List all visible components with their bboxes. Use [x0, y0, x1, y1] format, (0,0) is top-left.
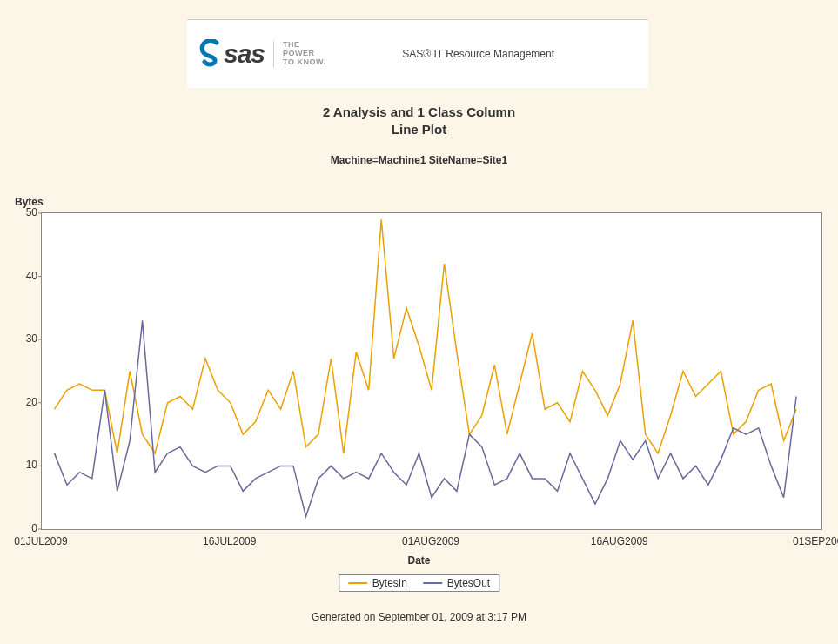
- x-tick-label: 01JUL2009: [14, 535, 67, 547]
- sas-tagline: THE POWER TO KNOW.: [273, 41, 325, 67]
- x-tick-label: 01AUG2009: [402, 535, 459, 547]
- logo-block: sas THE POWER TO KNOW.: [187, 39, 325, 69]
- y-tick-label: 40: [13, 270, 37, 282]
- y-tick-label: 50: [13, 206, 37, 218]
- chart-title-line1: 2 Analysis and 1 Class Column: [0, 104, 838, 119]
- series-line-bytesout: [55, 320, 797, 516]
- legend-swatch-icon: [348, 582, 367, 584]
- footer-timestamp: Generated on September 01, 2009 at 3:17 …: [0, 611, 838, 623]
- x-tick-label: 16AUG2009: [591, 535, 648, 547]
- sas-logo-text: sas: [224, 39, 265, 69]
- x-tick-label: 01SEP2009: [793, 535, 838, 547]
- y-tick-label: 30: [13, 332, 37, 345]
- sas-logo: sas: [199, 39, 265, 69]
- legend: BytesIn BytesOut: [339, 574, 499, 592]
- legend-swatch-icon: [423, 582, 442, 584]
- legend-label: BytesOut: [447, 577, 490, 589]
- legend-item-bytesin: BytesIn: [348, 577, 407, 589]
- chart-title-line2: Line Plot: [0, 122, 838, 137]
- report-page: sas THE POWER TO KNOW. SAS® IT Resource …: [0, 0, 838, 644]
- y-tick-label: 20: [13, 396, 37, 408]
- product-name: SAS® IT Resource Management: [325, 48, 648, 60]
- chart-subtitle: Machine=Machine1 SiteName=Site1: [0, 154, 838, 166]
- banner: sas THE POWER TO KNOW. SAS® IT Resource …: [187, 19, 648, 88]
- legend-item-bytesout: BytesOut: [423, 577, 490, 589]
- tagline-line: TO KNOW.: [283, 58, 325, 67]
- plot-area: [41, 212, 822, 530]
- x-tick-label: 16JUL2009: [203, 535, 256, 547]
- legend-label: BytesIn: [372, 577, 407, 589]
- sas-s-mark-icon: [199, 39, 222, 69]
- series-line-bytesin: [55, 219, 797, 453]
- line-chart: [42, 213, 821, 529]
- y-tick-label: 0: [13, 522, 37, 534]
- y-tick-label: 10: [13, 459, 37, 471]
- x-axis-label: Date: [0, 554, 838, 567]
